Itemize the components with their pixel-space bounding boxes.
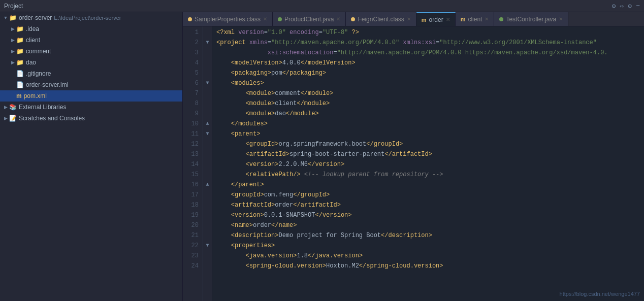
tab-client[interactable]: m client ✕: [456, 12, 495, 26]
idea-arrow-icon: ▶: [9, 26, 16, 31]
gear-icon[interactable]: ⚙: [628, 2, 632, 10]
code-line-22: <properties>: [212, 241, 644, 251]
code-line-11: <parent>: [212, 129, 644, 139]
code-line-21: <description>Demo project for Spring Boo…: [212, 230, 644, 241]
tab-sampler[interactable]: SamplerProperties.class ✕: [183, 12, 273, 26]
idea-folder-icon: 📁: [16, 25, 24, 32]
client-label: client: [26, 37, 40, 44]
minimize-icon[interactable]: −: [636, 2, 640, 10]
tab-bar: SamplerProperties.class ✕ ProductClient.…: [183, 12, 644, 26]
gutter-6[interactable]: ▼: [206, 78, 209, 88]
code-line-5: <packaging>pom</packaging>: [212, 68, 644, 78]
sidebar-item-external-libs[interactable]: ▶ 📚 External Libraries: [0, 102, 182, 113]
scratches-label: Scratches and Consoles: [19, 115, 85, 122]
gutter: ▼ ▼ ▲ ▼ ▲ ▼: [203, 26, 212, 301]
code-line-14: <version>2.2.0.M6</version>: [212, 159, 644, 170]
code-line-7: <module>comment</module>: [212, 88, 644, 98]
code-line-6: <modules>: [212, 78, 644, 88]
comment-folder-icon: 📁: [16, 48, 24, 55]
settings-icon[interactable]: ⚙: [612, 2, 616, 10]
sidebar-item-iml[interactable]: ▶ 📄 order-server.iml: [0, 79, 182, 90]
dao-arrow-icon: ▶: [9, 60, 16, 65]
sidebar-item-root[interactable]: ▼ 📁 order-server E:\IdeaProject\order-se…: [0, 12, 182, 23]
main-layout: ▼ 📁 order-server E:\IdeaProject\order-se…: [0, 12, 644, 301]
code-line-9: <module>dao</module>: [212, 109, 644, 119]
top-bar-actions: ⚙ ⇔ ⚙ −: [612, 2, 640, 10]
code-line-3: xsi:schemaLocation="http://maven.apache.…: [212, 48, 644, 58]
iml-label: order-server.iml: [26, 81, 68, 88]
extlibs-icon: 📚: [9, 104, 17, 111]
tab-feignclient-close[interactable]: ✕: [407, 16, 411, 22]
code-line-4: <modelVersion>4.0.0</modelVersion>: [212, 58, 644, 68]
productclient-dot-icon: [278, 17, 282, 21]
sampler-dot-icon: [188, 17, 192, 21]
tab-productclient[interactable]: ProductClient.java ✕: [273, 12, 346, 26]
gitignore-file-icon: 📄: [16, 70, 24, 77]
sidebar-item-gitignore[interactable]: ▶ 📄 .gitignore: [0, 68, 182, 79]
gitignore-label: .gitignore: [26, 70, 51, 77]
extlibs-label: External Libraries: [19, 104, 66, 111]
dao-folder-icon: 📁: [16, 59, 24, 66]
sidebar-item-pomxml[interactable]: ▶ m pom.xml: [0, 90, 182, 102]
code-line-16: </parent>: [212, 180, 644, 190]
root-label: order-server: [19, 14, 52, 21]
sidebar: ▼ 📁 order-server E:\IdeaProject\order-se…: [0, 12, 183, 301]
dao-label: dao: [26, 59, 36, 66]
line-numbers: 1234 5678 9101112 13141516 17181920 2122…: [183, 26, 203, 301]
scratches-arrow-icon: ▶: [2, 116, 9, 121]
tab-order[interactable]: m order ✕: [416, 12, 456, 26]
tab-order-close[interactable]: ✕: [446, 17, 450, 22]
code-line-8: <module>client</module>: [212, 98, 644, 109]
tab-sampler-label: SamplerProperties.class: [195, 16, 261, 23]
code-line-13: <artifactId>spring-boot-starter-parent</…: [212, 149, 644, 159]
code-line-24: <spring-cloud.version>Hoxton.M2</spring-…: [212, 261, 644, 271]
gutter-11[interactable]: ▼: [206, 129, 209, 139]
pomxml-m-icon: m: [16, 92, 22, 99]
tab-testcontroller-close[interactable]: ✕: [559, 16, 563, 22]
top-bar: Project ⚙ ⇔ ⚙ −: [0, 0, 644, 12]
code-view: 1234 5678 9101112 13141516 17181920 2122…: [183, 26, 644, 301]
tab-sampler-close[interactable]: ✕: [263, 16, 267, 22]
gutter-2[interactable]: ▼: [206, 38, 209, 48]
client-arrow-icon: ▶: [9, 38, 16, 43]
tab-feignclient[interactable]: FeignClient.class ✕: [346, 12, 416, 26]
gutter-10[interactable]: ▲: [206, 119, 209, 129]
sidebar-item-scratches[interactable]: ▶ 📝 Scratches and Consoles: [0, 113, 182, 124]
code-line-19: <version>0.0.1-SNAPSHOT</version>: [212, 210, 644, 220]
code-line-12: <groupId>org.springframework.boot</group…: [212, 139, 644, 149]
code-line-20: <name>order</name>: [212, 220, 644, 230]
pomxml-label: pom.xml: [24, 92, 47, 99]
comment-label: comment: [26, 48, 51, 55]
scratches-icon: 📝: [9, 115, 17, 122]
code-content[interactable]: <?xml version="1.0" encoding="UTF-8" ?> …: [212, 26, 644, 301]
tab-productclient-label: ProductClient.java: [284, 16, 334, 23]
tab-order-label: order: [429, 16, 443, 23]
extlibs-arrow-icon: ▶: [2, 105, 9, 110]
code-line-10: </modules>: [212, 119, 644, 129]
code-line-23: <java.version>1.8</java.version>: [212, 251, 644, 261]
root-folder-icon: 📁: [9, 14, 17, 21]
client-m-icon: m: [461, 16, 466, 22]
tab-feignclient-label: FeignClient.class: [358, 16, 404, 23]
tab-productclient-close[interactable]: ✕: [336, 16, 340, 22]
feignclient-dot-icon: [351, 17, 355, 21]
comment-arrow-icon: ▶: [9, 49, 16, 54]
order-m-icon: m: [422, 17, 427, 23]
gutter-16[interactable]: ▲: [206, 180, 209, 190]
sidebar-item-idea[interactable]: ▶ 📁 .idea: [0, 23, 182, 35]
sidebar-item-comment[interactable]: ▶ 📁 comment: [0, 46, 182, 57]
root-arrow-icon: ▼: [2, 15, 9, 20]
editor-area: SamplerProperties.class ✕ ProductClient.…: [183, 12, 644, 301]
sidebar-item-dao[interactable]: ▶ 📁 dao: [0, 57, 182, 68]
idea-label: .idea: [26, 25, 39, 32]
code-line-18: <artifactId>order</artifactId>: [212, 200, 644, 210]
iml-file-icon: 📄: [16, 81, 24, 88]
tab-client-close[interactable]: ✕: [485, 16, 489, 22]
tab-testcontroller[interactable]: TestController.java ✕: [494, 12, 568, 26]
gutter-22[interactable]: ▼: [206, 241, 209, 251]
sidebar-item-client[interactable]: ▶ 📁 client: [0, 35, 182, 46]
client-folder-icon: 📁: [16, 37, 24, 44]
code-line-1: <?xml version="1.0" encoding="UTF-8" ?>: [212, 27, 644, 38]
root-path: E:\IdeaProject\order-server: [54, 15, 121, 21]
split-icon[interactable]: ⇔: [620, 2, 624, 10]
